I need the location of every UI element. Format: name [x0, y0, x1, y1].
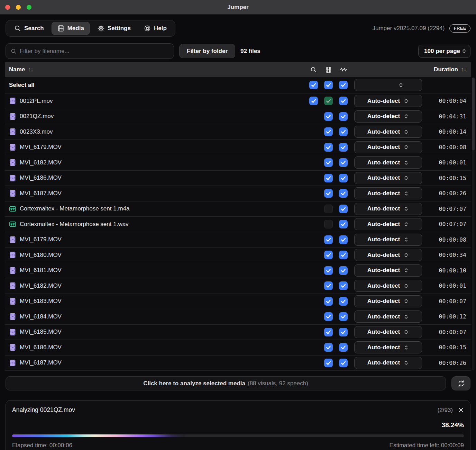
search-icon	[14, 25, 21, 32]
language-select[interactable]: Auto-detect	[354, 172, 422, 184]
language-select[interactable]: Auto-detect	[354, 310, 422, 323]
language-select[interactable]: Auto-detect	[354, 295, 422, 307]
language-select-label: Auto-detect	[367, 359, 400, 366]
language-select[interactable]: Auto-detect	[354, 141, 422, 153]
language-select[interactable]: Auto-detect	[354, 249, 422, 261]
speech-checkbox[interactable]	[339, 281, 348, 290]
name-sort-icon[interactable]: ↑↓	[28, 66, 33, 73]
visual-checkbox[interactable]	[324, 251, 333, 259]
visual-checkbox[interactable]	[324, 328, 333, 336]
language-select-label: Auto-detect	[367, 236, 400, 243]
search-checkbox[interactable]	[309, 97, 318, 105]
speech-checkbox[interactable]	[339, 97, 348, 105]
speech-checkbox[interactable]	[339, 343, 348, 352]
speech-checkbox[interactable]	[339, 266, 348, 275]
language-select[interactable]: Auto-detect	[354, 357, 422, 369]
analyze-button[interactable]: Click here to analyze selected media (88…	[6, 376, 446, 390]
nav-row: Search Media Settings Help Jumper v2025.…	[0, 15, 476, 37]
visual-checkbox[interactable]	[324, 235, 333, 244]
row-duration: 00:00:01	[439, 159, 466, 166]
speech-column-header	[336, 66, 351, 73]
visual-checkbox[interactable]	[324, 359, 333, 367]
tab-search[interactable]: Search	[9, 22, 49, 35]
speech-checkbox[interactable]	[339, 235, 348, 244]
language-select[interactable]: Auto-detect	[354, 187, 422, 199]
speech-checkbox[interactable]	[339, 251, 348, 259]
minimize-window-button[interactable]	[16, 5, 21, 10]
select-all-language-select[interactable]	[354, 79, 422, 91]
speech-checkbox[interactable]	[339, 220, 348, 228]
speech-checkbox[interactable]	[339, 359, 348, 367]
language-select[interactable]: Auto-detect	[354, 203, 422, 215]
visual-checkbox[interactable]	[324, 97, 333, 105]
visual-checkbox[interactable]	[324, 266, 333, 275]
video-file-icon	[9, 298, 16, 305]
visual-checkbox[interactable]	[324, 297, 333, 306]
visual-checkbox[interactable]	[324, 158, 333, 167]
select-all-visual-checkbox[interactable]	[324, 81, 333, 89]
scrollbar-track[interactable]	[472, 78, 475, 370]
language-select-label: Auto-detect	[367, 159, 400, 166]
tab-settings[interactable]: Settings	[92, 22, 136, 35]
translate-icon	[354, 66, 361, 73]
language-select[interactable]: Auto-detect	[354, 126, 422, 138]
visual-checkbox[interactable]	[324, 205, 333, 213]
search-icon	[11, 48, 17, 54]
visual-checkbox[interactable]	[324, 281, 333, 290]
audio-file-icon	[9, 205, 16, 213]
language-select[interactable]: Auto-detect	[354, 156, 422, 169]
visual-checkbox[interactable]	[324, 189, 333, 198]
chevron-up-down-icon	[403, 191, 409, 196]
language-select[interactable]: Auto-detect	[354, 264, 422, 277]
speech-checkbox[interactable]	[339, 112, 348, 121]
speech-checkbox[interactable]	[339, 312, 348, 321]
per-page-button[interactable]: 100 per page	[418, 45, 470, 58]
name-column-header[interactable]: Name ↑↓	[9, 66, 306, 73]
close-icon[interactable]	[458, 407, 464, 413]
visual-checkbox[interactable]	[324, 143, 333, 152]
chevron-up-down-icon	[403, 160, 409, 165]
visual-checkbox[interactable]	[324, 220, 333, 228]
gear-icon	[98, 25, 104, 32]
license-badge: FREE	[449, 24, 470, 33]
select-all-search-checkbox[interactable]	[309, 81, 318, 89]
zoom-window-button[interactable]	[27, 5, 31, 10]
speech-checkbox[interactable]	[339, 297, 348, 306]
progress-title: Analyzing 0021QZ.mov	[12, 406, 75, 414]
visual-checkbox[interactable]	[324, 112, 333, 121]
refresh-button[interactable]	[451, 376, 470, 390]
tab-help[interactable]: Help	[138, 22, 172, 35]
close-window-button[interactable]	[5, 5, 10, 10]
visual-checkbox[interactable]	[324, 312, 333, 321]
speech-checkbox[interactable]	[339, 328, 348, 336]
language-select[interactable]: Auto-detect	[354, 341, 422, 353]
table-header: Name ↑↓ Duration ↑↓	[5, 62, 471, 77]
language-select-label: Auto-detect	[367, 113, 400, 120]
search-column-header	[306, 66, 321, 73]
language-select[interactable]: Auto-detect	[354, 110, 422, 123]
language-select[interactable]: Auto-detect	[354, 95, 422, 107]
filename-filter-input[interactable]	[20, 48, 169, 55]
select-all-speech-checkbox[interactable]	[339, 81, 348, 89]
speech-checkbox[interactable]	[339, 189, 348, 198]
language-select[interactable]: Auto-detect	[354, 218, 422, 230]
speech-checkbox[interactable]	[339, 205, 348, 213]
visual-checkbox[interactable]	[324, 343, 333, 352]
speech-checkbox[interactable]	[339, 127, 348, 136]
duration-sort-icon[interactable]: ↑↓	[461, 66, 466, 73]
speech-checkbox[interactable]	[339, 174, 348, 182]
speech-checkbox[interactable]	[339, 143, 348, 152]
scrollbar-thumb[interactable]	[472, 78, 475, 150]
language-select[interactable]: Auto-detect	[354, 280, 422, 292]
language-select[interactable]: Auto-detect	[354, 234, 422, 246]
visual-checkbox[interactable]	[324, 174, 333, 182]
language-select[interactable]: Auto-detect	[354, 326, 422, 338]
speech-checkbox[interactable]	[339, 158, 348, 167]
filter-by-folder-button[interactable]: Filter by folder	[179, 44, 235, 58]
visual-checkbox[interactable]	[324, 127, 333, 136]
duration-column-header[interactable]: Duration ↑↓	[422, 66, 471, 73]
chevron-up-down-icon	[403, 283, 409, 289]
filename-filter-field[interactable]	[6, 43, 174, 59]
video-file-icon	[9, 359, 16, 367]
tab-media[interactable]: Media	[52, 22, 90, 35]
